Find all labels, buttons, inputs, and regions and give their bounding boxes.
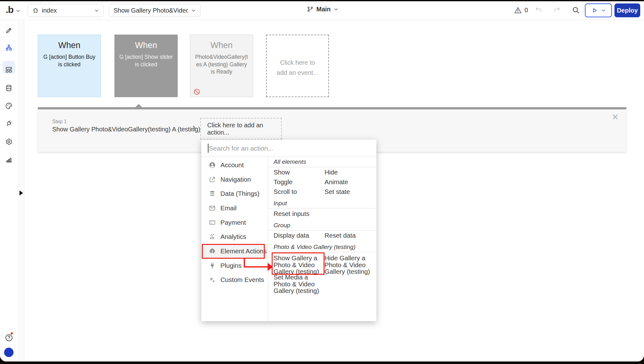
plug-icon [209,262,216,269]
page-selector-dropdown[interactable]: index [28,4,104,17]
action-search-row [201,140,376,157]
help-icon[interactable] [5,334,13,342]
chevron-down-icon[interactable] [16,8,20,13]
category-plugins[interactable]: Plugins [201,258,268,273]
menu-item-show[interactable]: Show [274,168,290,176]
workflow-selector-dropdown[interactable]: Show Gallery Photo&Video... [109,4,201,17]
category-data-things[interactable]: Data (Things) [201,186,268,201]
menu-item-set-media-gallery[interactable]: Set Media a Photo & Video Gallery (testi… [274,274,323,294]
sidebar-divider [3,61,15,61]
close-icon[interactable]: ✕ [612,113,619,122]
avatar[interactable] [4,348,14,357]
menu-item-toggle[interactable]: Toggle [274,178,292,186]
menu-item-display-data[interactable]: Display data [274,232,309,239]
account-icon [209,162,216,168]
section-header-input: Input [274,200,287,207]
step-number: Step 1 [52,119,67,124]
notification-dot [11,332,13,334]
add-event-card[interactable]: Click here to add an event... [266,35,329,97]
chevron-down-icon [191,8,196,13]
disabled-ban-icon [193,88,200,95]
arrow-right-icon [189,124,197,133]
menu-item-reset-inputs[interactable]: Reset inputs [274,210,309,218]
database-icon[interactable] [5,84,13,92]
workflow-tab-icon[interactable] [5,44,13,52]
styles-palette-icon[interactable] [5,102,13,110]
undo-icon[interactable] [535,6,543,14]
envelope-icon [209,205,216,212]
menu-item-scroll-to[interactable]: Scroll to [274,188,297,196]
preview-button[interactable] [585,3,612,17]
logs-chart-icon[interactable] [5,156,13,163]
bubble-workflow-editor: .b index Show Gallery Photo&Video... Mai… [0,0,644,364]
section-header-group: Group [274,222,290,229]
add-event-label: Click here to add an event... [267,58,328,78]
issues-count[interactable]: 0 [525,7,528,14]
section-rule [268,252,376,252]
menu-item-reset-data[interactable]: Reset data [325,232,356,239]
git-branch-icon [307,6,314,13]
text-caret [208,144,208,153]
menu-item-hide[interactable]: Hide [325,168,338,176]
category-navigation[interactable]: Navigation [201,172,268,187]
event-card-show-slider[interactable]: When G [action] Show slider is clicked [114,35,178,97]
event-title: When [38,41,101,50]
deploy-label: Deploy [617,7,638,14]
bubble-logo[interactable]: .b [6,4,14,15]
branch-label: Main [316,6,331,13]
app-window: .b index Show Gallery Photo&Video... Mai… [0,1,644,361]
design-pencil-icon[interactable] [5,27,13,34]
strip-top-bar [38,107,626,109]
menu-item-set-state[interactable]: Set state [325,188,350,196]
add-action-label: Click here to add an action... [207,122,281,136]
home-icon [32,7,39,14]
issues-warning-icon[interactable] [514,6,522,14]
action-search-input[interactable] [208,142,370,155]
deploy-button[interactable]: Deploy [614,3,640,17]
chevron-down-icon [601,8,606,13]
event-body: G [action] Button Buy is clicked [38,53,101,68]
section-rule [268,230,376,230]
menu-item-animate[interactable]: Animate [325,178,348,186]
gears-icon [209,276,216,283]
top-toolbar: .b index Show Gallery Photo&Video... Mai… [0,1,644,20]
section-header-photo-video-gallery: Photo & Video Gallery (testing) [274,244,356,251]
database-icon [209,190,216,197]
add-action-box[interactable]: Click here to add an action... [200,118,282,140]
redo-icon[interactable] [553,6,561,14]
components-icon[interactable] [5,66,13,74]
menu-item-hide-gallery[interactable]: Hide Gallery a Photo & Video Gallery (te… [325,255,374,275]
chevron-down-icon [94,8,99,13]
search-icon[interactable] [572,6,580,14]
share-icon [209,176,216,183]
puzzle-lightning-icon [209,248,216,255]
category-payment[interactable]: Payment [201,215,268,230]
step-title[interactable]: Show Gallery Photo&VideoGallery(testing)… [52,126,200,133]
event-title: When [115,41,177,50]
strip-pointer-triangle [135,104,142,107]
credit-card-icon [209,219,216,226]
category-email[interactable]: Email [201,201,268,215]
category-account[interactable]: Account [201,158,268,172]
expand-panel-arrow-icon[interactable] [19,190,23,196]
section-rule [268,208,376,208]
event-body: Photo&VideoGallery(tes A (testing) Galle… [190,53,253,76]
section-rule [268,167,376,167]
action-category-list: Account Navigation Data (Things) Email P… [201,157,268,321]
menu-item-show-gallery[interactable]: Show Gallery a Photo & Video Gallery (te… [274,255,323,275]
analytics-icon [209,233,216,240]
event-card-gallery-ready[interactable]: When Photo&VideoGallery(tes A (testing) … [190,35,253,97]
chevron-down-icon [334,7,338,12]
action-menu-popup: Account Navigation Data (Things) Email P… [201,140,376,321]
event-card-button-buy[interactable]: When G [action] Button Buy is clicked [38,35,101,97]
category-custom-events[interactable]: Custom Events [201,273,268,287]
section-header-all-elements: All elements [274,158,306,165]
branch-selector[interactable]: Main [307,6,338,13]
annotation-arrow-line [244,266,268,267]
event-title: When [190,41,253,50]
settings-gear-icon[interactable] [5,138,13,146]
category-element-actions[interactable]: Element Actions [201,244,268,258]
category-analytics[interactable]: Analytics [201,229,268,244]
plugins-plug-icon[interactable] [5,120,13,127]
play-icon [591,7,598,14]
